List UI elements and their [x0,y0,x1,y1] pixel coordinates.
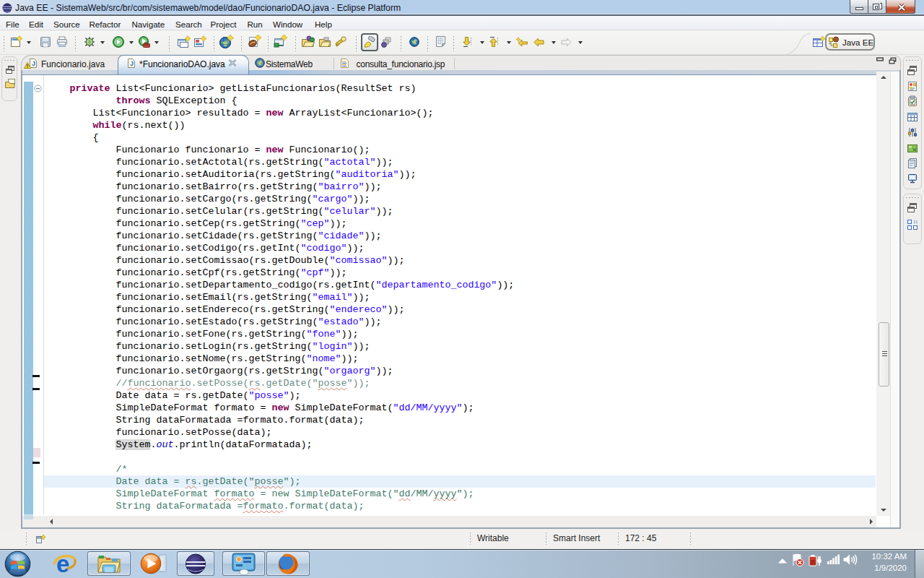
svg-text:J: J [130,60,134,67]
svg-text:J: J [32,60,35,67]
svg-text:e: e [56,551,69,577]
